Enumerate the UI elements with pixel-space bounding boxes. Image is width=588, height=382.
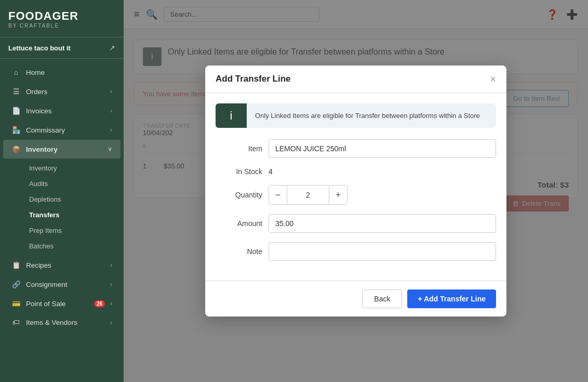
note-row: Note [216, 242, 496, 261]
amount-row: Amount [216, 214, 496, 233]
main-content: ≡ 🔍 ❓ ➕ i Only Linked Items are eligible… [124, 0, 588, 382]
quantity-input[interactable] [287, 185, 329, 205]
modal-info-icon: i [216, 103, 247, 128]
inventory-icon: 📦 [11, 145, 21, 153]
sidebar-item-label: Commissary [26, 126, 105, 134]
quantity-control: − + [269, 185, 496, 205]
sidebar-item-inventory[interactable]: 📦 Inventory ∨ [3, 140, 121, 159]
sidebar-item-label: Inventory [26, 146, 102, 153]
chevron-right-icon: › [110, 300, 112, 307]
sub-nav-item-prep-items[interactable]: Prep Items [23, 223, 121, 238]
note-input[interactable] [269, 242, 496, 261]
sidebar-item-invoices[interactable]: 📄 Invoices › [3, 101, 121, 120]
amount-input[interactable] [269, 214, 496, 233]
sidebar: FOODAGER BY CRAFTABLE Lettuce taco bout … [0, 0, 124, 382]
sidebar-item-consignment[interactable]: 🔗 Consignment › [3, 275, 121, 294]
item-field-row: Item [216, 139, 496, 158]
orders-icon: ☰ [11, 87, 21, 96]
sidebar-item-recipes[interactable]: 📋 Recipes › [3, 256, 121, 274]
logo-sub: BY CRAFTABLE [8, 23, 115, 29]
modal-info-text: Only Linked Items are eligible for Trans… [247, 103, 488, 128]
chevron-right-icon: › [110, 319, 112, 326]
in-stock-value: 4 [269, 167, 496, 176]
sidebar-item-commissary[interactable]: 🏪 Commissary › [3, 121, 121, 139]
chevron-right-icon: › [110, 88, 112, 95]
item-label: Item [216, 144, 262, 153]
pos-badge: 26 [94, 300, 105, 307]
quantity-label: Quantity [216, 191, 262, 199]
store-name: Lettuce taco bout it [8, 44, 105, 52]
sub-nav-item-batches[interactable]: Batches [23, 239, 121, 254]
nav-list: ⌂ Home ☰ Orders › 📄 Invoices › 🏪 Commiss… [0, 59, 124, 382]
modal-close-button[interactable]: × [490, 74, 496, 84]
logo-text: FOODAGER [8, 10, 115, 22]
modal-header: Add Transfer Line × [205, 65, 506, 93]
sidebar-item-items-vendors[interactable]: 🏷 Items & Vendors › [3, 313, 121, 332]
invoices-icon: 📄 [11, 107, 21, 115]
chevron-right-icon: › [110, 126, 112, 134]
chevron-down-icon: ∨ [108, 146, 112, 153]
sidebar-item-pos[interactable]: 💳 Point of Sale 26 › [3, 294, 121, 313]
recipes-icon: 📋 [11, 261, 21, 269]
chevron-right-icon: › [110, 107, 112, 114]
sub-nav-item-transfers[interactable]: Transfers [23, 207, 121, 222]
consignment-icon: 🔗 [11, 280, 21, 288]
sidebar-item-label: Invoices [26, 107, 105, 115]
logo: FOODAGER BY CRAFTABLE [0, 0, 124, 37]
sidebar-item-label: Items & Vendors [26, 319, 105, 326]
sub-nav-item-inventory[interactable]: Inventory [23, 161, 121, 176]
amount-label: Amount [216, 219, 262, 228]
chevron-right-icon: › [110, 261, 112, 269]
inventory-sub-nav: Inventory Audits Depletions Transfers Pr… [0, 159, 124, 255]
sub-nav-item-depletions[interactable]: Depletions [23, 192, 121, 207]
add-transfer-line-modal: Add Transfer Line × i Only Linked Items … [205, 65, 506, 317]
back-button[interactable]: Back [362, 289, 402, 308]
store-selector[interactable]: Lettuce taco bout it ↗ [0, 37, 124, 59]
item-input[interactable] [269, 139, 496, 158]
sidebar-item-label: Consignment [26, 281, 105, 288]
sidebar-item-orders[interactable]: ☰ Orders › [3, 82, 121, 101]
quantity-increase-button[interactable]: + [329, 185, 348, 205]
modal-body: i Only Linked Items are eligible for Tra… [205, 93, 506, 281]
pos-icon: 💳 [11, 299, 21, 308]
in-stock-row: In Stock 4 [216, 167, 496, 176]
modal-title: Add Transfer Line [216, 74, 291, 84]
sub-nav-item-audits[interactable]: Audits [23, 176, 121, 191]
modal-info-box: i Only Linked Items are eligible for Tra… [216, 103, 496, 128]
modal-footer: Back + Add Transfer Line [205, 281, 506, 317]
sidebar-item-label: Point of Sale [26, 300, 89, 308]
home-icon: ⌂ [11, 69, 21, 76]
store-arrow-icon: ↗ [109, 44, 115, 52]
sidebar-item-home[interactable]: ⌂ Home [3, 63, 121, 82]
modal-overlay: Add Transfer Line × i Only Linked Items … [124, 0, 588, 382]
quantity-row: Quantity − + [216, 185, 496, 205]
chevron-right-icon: › [110, 281, 112, 288]
sidebar-item-label: Orders [26, 88, 105, 96]
sidebar-item-label: Recipes [26, 261, 105, 269]
note-label: Note [216, 247, 262, 256]
in-stock-label: In Stock [216, 167, 262, 176]
add-transfer-line-button[interactable]: + Add Transfer Line [407, 289, 496, 308]
sidebar-item-label: Home [26, 69, 112, 76]
items-vendors-icon: 🏷 [11, 319, 21, 326]
quantity-decrease-button[interactable]: − [269, 185, 287, 205]
commissary-icon: 🏪 [11, 126, 21, 134]
